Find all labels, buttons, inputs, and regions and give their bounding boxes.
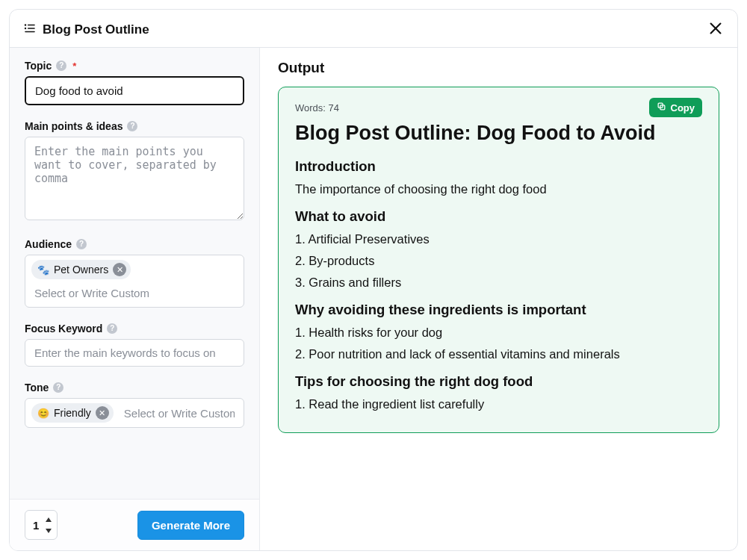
- required-indicator: *: [72, 60, 76, 72]
- tone-input[interactable]: 😊 Friendly ✕: [25, 398, 244, 428]
- topic-label: Topic: [25, 60, 52, 72]
- tone-chip-friendly[interactable]: 😊 Friendly ✕: [31, 403, 114, 423]
- outline-title: Blog Post Outline: Dog Food to Avoid: [295, 122, 702, 145]
- help-icon[interactable]: ?: [107, 323, 117, 334]
- help-icon[interactable]: ?: [53, 382, 63, 393]
- close-button[interactable]: [707, 20, 724, 40]
- outline-list-item: 3. Grains and fillers: [295, 276, 702, 290]
- audience-text-input[interactable]: [31, 282, 238, 301]
- output-panel: Output Words: 74 Copy Blog Post: [260, 48, 737, 550]
- audience-input[interactable]: 🐾 Pet Owners ✕: [25, 255, 244, 308]
- paw-icon: 🐾: [37, 264, 49, 276]
- remove-chip-button[interactable]: ✕: [96, 406, 109, 420]
- copy-icon: [657, 102, 666, 113]
- blog-post-outline-dialog: Blog Post Outline Topic ? *: [9, 9, 738, 551]
- generate-more-button[interactable]: Generate More: [137, 511, 244, 540]
- outline-list-item: 1. Health risks for your dog: [295, 326, 702, 340]
- main-points-label: Main points & ideas: [25, 120, 123, 132]
- stepper-down[interactable]: [43, 525, 54, 536]
- chip-label: Pet Owners: [54, 264, 108, 276]
- outline-list-item: 2. By-products: [295, 254, 702, 268]
- quantity-stepper[interactable]: 1: [25, 510, 58, 540]
- field-main-points: Main points & ideas ?: [25, 120, 244, 223]
- copy-button[interactable]: Copy: [649, 98, 703, 117]
- topic-input[interactable]: [25, 76, 244, 105]
- stepper-up[interactable]: [43, 514, 54, 525]
- copy-label: Copy: [671, 102, 695, 113]
- outline-list-item: 2. Poor nutrition and lack of essential …: [295, 347, 702, 361]
- sidebar-footer: 1 Generate More: [10, 499, 259, 550]
- outline-text: The importance of choosing the right dog…: [295, 182, 702, 196]
- outline-list-item: 1. Read the ingredient list carefully: [295, 397, 702, 411]
- focus-keyword-input[interactable]: [25, 339, 244, 367]
- remove-chip-button[interactable]: ✕: [113, 263, 126, 276]
- main-points-textarea[interactable]: [25, 137, 244, 220]
- help-icon[interactable]: ?: [56, 60, 66, 71]
- word-count: Words: 74: [295, 102, 339, 113]
- output-card: Words: 74 Copy Blog Post Outline: Dog Fo…: [278, 87, 719, 433]
- tone-text-input[interactable]: [121, 404, 238, 423]
- field-audience: Audience ? 🐾 Pet Owners ✕: [25, 238, 244, 308]
- chip-label: Friendly: [54, 407, 91, 419]
- section-heading: Tips for choosing the right dog food: [295, 373, 702, 390]
- output-heading: Output: [278, 60, 719, 76]
- help-icon[interactable]: ?: [127, 121, 137, 131]
- svg-point-1: [25, 28, 26, 29]
- help-icon[interactable]: ?: [76, 239, 87, 249]
- dialog-title: Blog Post Outline: [43, 22, 149, 37]
- section-heading: Why avoiding these ingredients is import…: [295, 302, 702, 318]
- outline-list-item: 1. Artificial Preservatives: [295, 232, 702, 246]
- quantity-value: 1: [33, 519, 39, 532]
- dialog-header: Blog Post Outline: [10, 10, 737, 48]
- field-topic: Topic ? *: [25, 60, 244, 105]
- field-tone: Tone ? 😊 Friendly ✕: [25, 382, 244, 428]
- form-sidebar: Topic ? * Main points & ideas ? Audi: [10, 48, 260, 550]
- field-focus-keyword: Focus Keyword ?: [25, 323, 244, 367]
- outline-icon: [23, 22, 37, 38]
- focus-keyword-label: Focus Keyword: [25, 323, 102, 335]
- audience-chip-pet-owners[interactable]: 🐾 Pet Owners ✕: [31, 260, 131, 279]
- tone-label: Tone: [25, 382, 49, 393]
- smile-icon: 😊: [37, 408, 49, 419]
- audience-label: Audience: [25, 238, 72, 250]
- section-heading: Introduction: [295, 158, 702, 175]
- svg-point-0: [25, 24, 26, 25]
- section-heading: What to avoid: [295, 208, 702, 225]
